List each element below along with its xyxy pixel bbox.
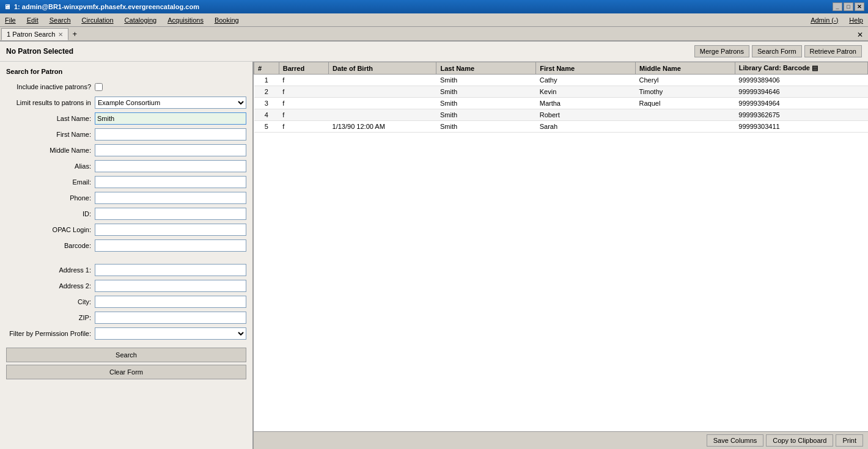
- cell-dob: 1/13/90 12:00 AM: [329, 121, 436, 133]
- cell-barred: f: [279, 121, 328, 133]
- cell-dob: [329, 75, 436, 86]
- cell-barred: f: [279, 109, 328, 121]
- col-header-middlename: Middle Name: [636, 62, 735, 75]
- table-row[interactable]: 4 f Smith Robert 99999362675: [254, 109, 868, 121]
- address1-label: Address 1:: [6, 266, 95, 274]
- table-row[interactable]: 1 f Smith Cathy Cheryl 99999389406: [254, 75, 868, 86]
- menu-file[interactable]: File: [2, 15, 18, 25]
- tab-patron-search-label: 1 Patron Search: [7, 31, 56, 38]
- alias-row: Alias:: [6, 159, 246, 173]
- main-content: No Patron Selected Merge Patrons Search …: [0, 42, 868, 449]
- address2-row: Address 2:: [6, 279, 246, 293]
- first-name-input[interactable]: [95, 128, 246, 141]
- col-header-dob: Date of Birth: [329, 62, 436, 75]
- alias-label: Alias:: [6, 162, 95, 170]
- table-row[interactable]: 5 f 1/13/90 12:00 AM Smith Sarah 9999930…: [254, 121, 868, 133]
- email-input[interactable]: [95, 176, 246, 188]
- clear-form-button[interactable]: Clear Form: [6, 365, 246, 379]
- title-bar: 🖥 1: admin@BR1-winxpvmfx.phasefx.evergre…: [0, 0, 868, 13]
- address1-input[interactable]: [95, 264, 246, 276]
- cell-barred: f: [279, 75, 328, 86]
- opac-login-input[interactable]: [95, 224, 246, 236]
- permission-select[interactable]: [95, 327, 246, 340]
- header-buttons: Merge Patrons Search Form Retrieve Patro…: [694, 45, 862, 57]
- results-table: # Barred Date of Birth Last Name First N…: [254, 62, 868, 133]
- alias-input[interactable]: [95, 160, 246, 172]
- middle-name-input[interactable]: [95, 144, 246, 156]
- tab-patron-search[interactable]: 1 Patron Search ✕: [1, 28, 68, 40]
- col-header-lastname: Last Name: [436, 62, 536, 75]
- title-bar-controls[interactable]: _ □ ✕: [833, 2, 864, 11]
- phone-row: Phone:: [6, 191, 246, 205]
- menu-acquisitions[interactable]: Acquisitions: [165, 15, 206, 25]
- city-label: City:: [6, 298, 95, 305]
- close-button[interactable]: ✕: [855, 2, 864, 11]
- tab-close-icon[interactable]: ✕: [58, 31, 63, 38]
- cell-middlename: Cheryl: [636, 75, 735, 86]
- phone-label: Phone:: [6, 194, 95, 202]
- cell-num: 4: [254, 109, 279, 121]
- title-text: 1: admin@BR1-winxpvmfx.phasefx.evergreen…: [14, 3, 199, 10]
- cell-middlename: [636, 121, 735, 133]
- include-inactive-checkbox[interactable]: [95, 83, 103, 91]
- header-row: No Patron Selected Merge Patrons Search …: [0, 42, 868, 62]
- cell-num: 5: [254, 121, 279, 133]
- limit-results-select[interactable]: Example Consortium: [95, 97, 246, 109]
- results-table-container[interactable]: # Barred Date of Birth Last Name First N…: [254, 62, 868, 431]
- cell-barcode: 99999303411: [735, 121, 867, 133]
- cell-dob: [329, 98, 436, 109]
- opac-login-row: OPAC Login:: [6, 223, 246, 236]
- cell-barcode: 99999362675: [735, 109, 867, 121]
- window-close-icon[interactable]: ✕: [853, 29, 867, 40]
- barcode-input[interactable]: [95, 239, 246, 252]
- id-label: ID:: [6, 210, 95, 217]
- cell-barcode: 99999394964: [735, 98, 867, 109]
- menu-circulation[interactable]: Circulation: [79, 15, 116, 25]
- cell-middlename: [636, 109, 735, 121]
- city-input[interactable]: [95, 296, 246, 308]
- barcode-row: Barcode:: [6, 239, 246, 252]
- help-menu[interactable]: Help: [847, 15, 866, 25]
- content-area: Search for Patron Include inactive patro…: [0, 62, 868, 449]
- col-header-num: #: [254, 62, 279, 75]
- opac-login-label: OPAC Login:: [6, 226, 95, 233]
- limit-results-label: Limit results to patrons in: [6, 99, 95, 106]
- last-name-input[interactable]: [95, 112, 246, 125]
- search-form-title: Search for Patron: [6, 68, 246, 75]
- copy-clipboard-button[interactable]: Copy to Clipboard: [766, 434, 833, 447]
- table-row[interactable]: 2 f Smith Kevin Timothy 99999394646: [254, 86, 868, 98]
- cell-firstname: Cathy: [536, 75, 636, 86]
- search-form-button[interactable]: Search Form: [752, 45, 802, 57]
- cell-firstname: Martha: [536, 98, 636, 109]
- admin-menu[interactable]: Admin (-): [808, 15, 840, 25]
- save-columns-button[interactable]: Save Columns: [707, 434, 764, 447]
- menu-search[interactable]: Search: [47, 15, 73, 25]
- cell-firstname: Sarah: [536, 121, 636, 133]
- menu-booking[interactable]: Booking: [212, 15, 241, 25]
- zip-row: ZIP:: [6, 311, 246, 324]
- retrieve-patron-button[interactable]: Retrieve Patron: [804, 45, 862, 57]
- form-buttons: Search Clear Form: [6, 348, 246, 382]
- maximize-button[interactable]: □: [844, 2, 853, 11]
- table-row[interactable]: 3 f Smith Martha Raquel 99999394964: [254, 98, 868, 109]
- cell-barcode: 99999394646: [735, 86, 867, 98]
- email-row: Email:: [6, 175, 246, 189]
- phone-input[interactable]: [95, 192, 246, 204]
- merge-patrons-button[interactable]: Merge Patrons: [694, 45, 749, 57]
- bottom-bar: Save Columns Copy to Clipboard Print: [254, 431, 868, 449]
- tab-add-button[interactable]: +: [68, 27, 82, 40]
- cell-num: 1: [254, 75, 279, 86]
- cell-lastname: Smith: [436, 121, 536, 133]
- print-button[interactable]: Print: [836, 434, 863, 447]
- cell-dob: [329, 109, 436, 121]
- address2-input[interactable]: [95, 280, 246, 292]
- search-button[interactable]: Search: [6, 348, 246, 362]
- minimize-button[interactable]: _: [833, 2, 842, 11]
- menu-edit[interactable]: Edit: [24, 15, 41, 25]
- id-input[interactable]: [95, 208, 246, 220]
- menu-cataloging[interactable]: Cataloging: [122, 15, 160, 25]
- zip-input[interactable]: [95, 312, 246, 324]
- title-bar-left: 🖥 1: admin@BR1-winxpvmfx.phasefx.evergre…: [4, 3, 199, 10]
- last-name-label: Last Name:: [6, 115, 95, 122]
- middle-name-row: Middle Name:: [6, 144, 246, 157]
